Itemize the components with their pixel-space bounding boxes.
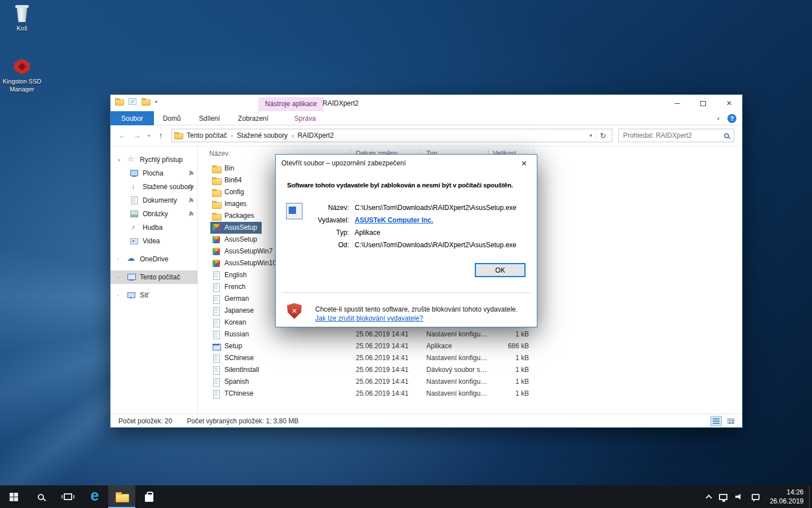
details-view-button[interactable]	[710, 416, 722, 426]
show-desktop-button[interactable]	[809, 485, 812, 508]
file-name-cell[interactable]: French	[210, 281, 250, 293]
task-view-button[interactable]	[54, 485, 81, 508]
hidden-icons-chevron-icon[interactable]	[705, 494, 712, 501]
sidebar-item[interactable]: Obrázky	[111, 207, 197, 221]
large-icons-view-button[interactable]	[725, 416, 736, 426]
recycle-bin-icon[interactable]: Koš	[0, 5, 44, 33]
address-bar[interactable]: Tento počítač › Stažené soubory › RAIDXp…	[171, 129, 612, 142]
search-input[interactable]	[623, 132, 713, 139]
properties-icon[interactable]: ✓	[129, 98, 136, 105]
refresh-icon[interactable]: ↻	[596, 132, 610, 140]
breadcrumb-this-pc[interactable]: Tento počítač	[183, 132, 231, 139]
ribbon-tab[interactable]: Soubor	[111, 111, 154, 125]
table-row[interactable]: Russian 25.06.2019 14:41 Nastavení konfi…	[198, 329, 742, 340]
sidebar-item[interactable]: Hudba	[111, 221, 197, 234]
help-icon[interactable]: ?	[727, 114, 736, 123]
file-name-cell[interactable]: SilentInstall	[210, 364, 263, 376]
file-name-cell[interactable]: German	[210, 293, 253, 305]
file-name-cell[interactable]: Bin	[210, 163, 239, 174]
sidebar-item-network[interactable]: › Síť	[111, 288, 197, 302]
unblock-help-link[interactable]: Jak lze zrušit blokování vydavatele?	[315, 314, 423, 322]
sidebar-item[interactable]: Plocha	[111, 167, 197, 180]
file-name-cell[interactable]: English	[210, 269, 251, 281]
new-folder-icon[interactable]	[142, 98, 150, 105]
search-box[interactable]	[618, 129, 734, 142]
expand-ribbon-icon[interactable]: ∨	[716, 116, 720, 121]
file-explorer-button[interactable]	[108, 485, 135, 508]
table-row[interactable]: Spanish 25.06.2019 14:41 Nastavení konfi…	[198, 376, 742, 388]
close-icon[interactable]: ✕	[511, 155, 537, 172]
sidebar-item-this-pc[interactable]: › Tento počítač	[111, 270, 197, 284]
this-pc-icon	[127, 273, 136, 281]
file-name-cell[interactable]: AsusSetupWin7	[210, 246, 277, 257]
column-header-name[interactable]: Název	[209, 150, 228, 157]
file-icon	[212, 176, 221, 185]
chevron-right-icon[interactable]: ›	[117, 293, 123, 298]
chevron-right-icon[interactable]: ›	[117, 275, 123, 280]
file-name-cell[interactable]: Setup	[210, 340, 246, 352]
table-row[interactable]: SilentInstall 25.06.2019 14:41 Dávkový s…	[198, 364, 742, 376]
address-dropdown-icon[interactable]: ▾	[586, 133, 597, 138]
file-name: TChinese	[224, 388, 253, 400]
forward-button[interactable]: →	[130, 131, 144, 140]
taskbar-search-button[interactable]	[27, 485, 54, 508]
recent-locations-caret-icon[interactable]: ▾	[144, 133, 153, 138]
sidebar-item-label: Videa	[143, 237, 160, 245]
minimize-button[interactable]	[664, 95, 690, 112]
file-name-cell[interactable]: AsusSetupWin10	[210, 257, 281, 269]
file-name-cell[interactable]: Spanish	[210, 376, 253, 388]
customize-toolbar-caret-icon[interactable]: ▾	[155, 99, 157, 104]
table-row[interactable]: Setup 25.06.2019 14:41 Aplikace 686 kB	[198, 340, 742, 352]
sidebar-item[interactable]: Stažené soubory	[111, 180, 197, 194]
breadcrumb-raidxpert2[interactable]: RAIDXpert2	[294, 132, 338, 139]
file-name-cell[interactable]: Bin64	[210, 174, 246, 186]
start-button[interactable]	[0, 485, 27, 508]
table-row[interactable]: TChinese 25.06.2019 14:41 Nastavení konf…	[198, 388, 742, 400]
chevron-down-icon[interactable]: ∨	[117, 157, 123, 163]
sidebar-item[interactable]: Dokumenty	[111, 194, 197, 207]
ribbon-tab[interactable]: Domů	[154, 111, 190, 125]
table-row[interactable]: SChinese 25.06.2019 14:41 Nastavení konf…	[198, 352, 742, 364]
up-button[interactable]: ↑	[153, 131, 168, 140]
file-name-cell[interactable]: AsusSetup	[210, 222, 262, 234]
sidebar-item-label: Stažené soubory	[143, 183, 193, 191]
file-icon	[212, 247, 221, 256]
network-icon	[127, 291, 136, 299]
file-name-cell[interactable]: Config	[210, 186, 249, 198]
volume-icon[interactable]	[735, 493, 744, 500]
back-button[interactable]: ←	[115, 131, 130, 140]
sidebar-item-quick-access[interactable]: ∨ Rychlý přístup	[111, 153, 197, 167]
breadcrumb-downloads[interactable]: Stažené soubory	[233, 132, 292, 139]
taskbar-clock[interactable]: 14:26 26.06.2019	[770, 488, 804, 506]
kingston-ssd-manager-icon[interactable]: Kingston SSD Manager	[0, 58, 44, 94]
dialog-title: Otevřít soubor – upozornění zabezpečení	[281, 159, 406, 167]
file-name-cell[interactable]: TChinese	[210, 388, 258, 400]
sidebar-item-label: Hudba	[143, 224, 162, 231]
action-center-icon[interactable]	[752, 494, 760, 500]
publisher-link[interactable]: ASUSTeK Computer Inc.	[355, 216, 517, 224]
close-button[interactable]: ✕	[716, 95, 742, 112]
field-label-from: Od:	[313, 241, 349, 249]
network-tray-icon[interactable]	[719, 494, 727, 500]
sidebar-item-onedrive[interactable]: › OneDrive	[111, 252, 197, 266]
file-name-cell[interactable]: Packages	[210, 210, 259, 222]
chevron-right-icon[interactable]: ›	[117, 257, 123, 262]
ok-button[interactable]: OK	[475, 263, 526, 277]
edge-button[interactable]: e	[81, 485, 108, 508]
file-name-cell[interactable]: Japanese	[210, 305, 258, 317]
maximize-button[interactable]	[690, 95, 716, 112]
file-name-cell[interactable]: SChinese	[210, 352, 258, 364]
file-name-cell[interactable]: Korean	[210, 317, 251, 329]
store-button[interactable]	[135, 485, 162, 508]
sidebar-item-label: Síť	[140, 291, 149, 299]
ribbon-tab[interactable]: Správa	[285, 111, 325, 125]
ribbon-tab[interactable]: Sdílení	[190, 111, 229, 125]
file-name-cell[interactable]: AsusSetup	[210, 234, 262, 246]
sidebar-item[interactable]: Videa	[111, 234, 197, 248]
location-folder-icon	[174, 132, 183, 139]
file-icon	[212, 283, 221, 291]
file-name-cell[interactable]: Russian	[210, 329, 253, 340]
file-name-cell[interactable]: Images	[210, 198, 251, 210]
ribbon-tab[interactable]: Zobrazení	[229, 111, 277, 125]
file-name: Images	[224, 198, 246, 210]
